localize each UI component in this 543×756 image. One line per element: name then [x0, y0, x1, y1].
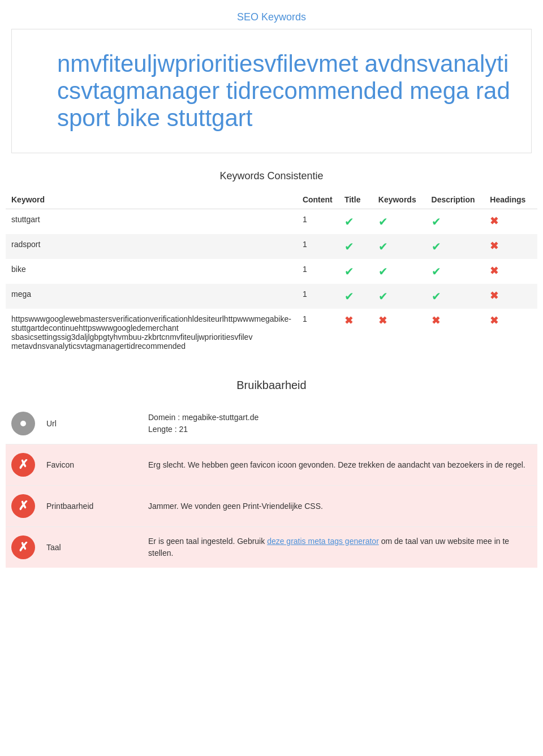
cell-description: ✔	[426, 234, 485, 259]
usability-text: Erg slecht. We hebben geen favicon icoon…	[148, 460, 525, 469]
col-header-content: Content	[297, 191, 339, 209]
cell-headings: ✖	[484, 284, 537, 309]
cell-title: ✖	[339, 309, 373, 356]
cell-title: ✔	[339, 259, 373, 284]
cell-headings: ✖	[484, 209, 537, 235]
cell-headings: ✖	[484, 234, 537, 259]
info-cell: Jammer. We vonden geen Print-Vriendelijk…	[143, 486, 537, 527]
cell-content: 1	[297, 309, 339, 356]
cell-keywords: ✔	[373, 259, 426, 284]
check-icon: ✔	[432, 215, 441, 228]
error-icon: ✗	[11, 453, 35, 477]
label-cell: Printbaarheid	[41, 486, 143, 527]
cross-icon: ✖	[490, 240, 498, 252]
cross-icon: ✖	[490, 265, 498, 277]
table-row: mega 1 ✔ ✔ ✔ ✖	[6, 284, 537, 309]
error-icon: ✗	[11, 535, 35, 559]
cross-icon: ✖	[432, 315, 440, 326]
cross-icon: ✖	[490, 315, 498, 326]
cell-keywords: ✔	[373, 209, 426, 235]
cell-headings: ✖	[484, 259, 537, 284]
table-row: radsport 1 ✔ ✔ ✔ ✖	[6, 234, 537, 259]
check-icon: ✔	[378, 240, 388, 253]
usability-row: ✗ Printbaarheid Jammer. We vonden geen P…	[6, 486, 537, 527]
cell-description: ✔	[426, 284, 485, 309]
check-icon: ✔	[344, 240, 354, 253]
cell-keyword: httpswwwgooglewebmastersverificationveri…	[6, 309, 297, 356]
cell-keywords: ✔	[373, 234, 426, 259]
col-header-headings: Headings	[484, 191, 537, 209]
label-cell: Url	[41, 403, 143, 444]
page-container: SEO Keywords nmvfiteuljwprioritiesvfilev…	[0, 0, 543, 579]
check-icon: ✔	[378, 215, 388, 228]
info-cell: Erg slecht. We hebben geen favicon icoon…	[143, 444, 537, 486]
col-header-keyword: Keyword	[6, 191, 297, 209]
cell-keywords: ✖	[373, 309, 426, 356]
error-icon: ✗	[11, 494, 35, 518]
table-row: httpswwwgooglewebmastersverificationveri…	[6, 309, 537, 356]
usability-row: Url Domein : megabike-stuttgart.deLengte…	[6, 403, 537, 444]
check-icon: ✔	[344, 290, 354, 303]
cell-keyword: mega	[6, 284, 297, 309]
check-icon: ✔	[344, 215, 354, 228]
cell-content: 1	[297, 259, 339, 284]
keyword-cloud-box: nmvfiteuljwprioritiesvfilevmet avdnsvana…	[11, 29, 532, 153]
usability-text: Jammer. We vonden geen Print-Vriendelijk…	[148, 502, 323, 511]
cross-icon: ✖	[378, 315, 387, 326]
cell-keyword: bike	[6, 259, 297, 284]
cell-keyword: stuttgart	[6, 209, 297, 235]
col-header-description: Description	[426, 191, 485, 209]
cell-content: 1	[297, 234, 339, 259]
icon-cell	[6, 403, 41, 444]
icon-cell: ✗	[6, 486, 41, 527]
url-text: Domein : megabike-stuttgart.deLengte : 2…	[148, 413, 258, 434]
info-cell: Domein : megabike-stuttgart.deLengte : 2…	[143, 403, 537, 444]
cell-headings: ✖	[484, 309, 537, 356]
cell-title: ✔	[339, 234, 373, 259]
cell-title: ✔	[339, 209, 373, 235]
icon-cell: ✗	[6, 527, 41, 568]
seo-title: SEO Keywords	[6, 11, 537, 23]
check-icon: ✔	[432, 290, 441, 303]
cell-content: 1	[297, 284, 339, 309]
taal-text: Er is geen taal ingesteld. Gebruik deze …	[148, 537, 509, 558]
keyword-cloud-text: nmvfiteuljwprioritiesvfilevmet avdnsvana…	[57, 50, 520, 132]
bruikbaarheid-title: Bruikbaarheid	[6, 379, 537, 392]
keywords-table: Keyword Content Title Keywords Descripti…	[6, 191, 537, 356]
usability-table: Url Domein : megabike-stuttgart.deLengte…	[6, 403, 537, 568]
usability-row: ✗ Taal Er is geen taal ingesteld. Gebrui…	[6, 527, 537, 568]
cross-icon: ✖	[490, 215, 498, 227]
check-icon: ✔	[344, 265, 354, 278]
check-icon: ✔	[378, 290, 388, 303]
url-icon	[11, 412, 35, 435]
info-cell: Er is geen taal ingesteld. Gebruik deze …	[143, 527, 537, 568]
cell-title: ✔	[339, 284, 373, 309]
cell-keyword: radsport	[6, 234, 297, 259]
col-header-title: Title	[339, 191, 373, 209]
check-icon: ✔	[432, 240, 441, 253]
usability-row: ✗ Favicon Erg slecht. We hebben geen fav…	[6, 444, 537, 486]
keywords-consistentie-title: Keywords Consistentie	[6, 170, 537, 182]
cell-description: ✔	[426, 209, 485, 235]
check-icon: ✔	[432, 265, 441, 278]
icon-cell: ✗	[6, 444, 41, 486]
cross-icon: ✖	[344, 315, 353, 326]
cell-content: 1	[297, 209, 339, 235]
check-icon: ✔	[378, 265, 388, 278]
table-row: bike 1 ✔ ✔ ✔ ✖	[6, 259, 537, 284]
meta-tags-link[interactable]: deze gratis meta tags generator	[267, 537, 379, 546]
cross-icon: ✖	[490, 290, 498, 301]
cell-description: ✖	[426, 309, 485, 356]
label-cell: Favicon	[41, 444, 143, 486]
table-row: stuttgart 1 ✔ ✔ ✔ ✖	[6, 209, 537, 235]
cell-keywords: ✔	[373, 284, 426, 309]
cell-description: ✔	[426, 259, 485, 284]
label-cell: Taal	[41, 527, 143, 568]
col-header-keywords: Keywords	[373, 191, 426, 209]
